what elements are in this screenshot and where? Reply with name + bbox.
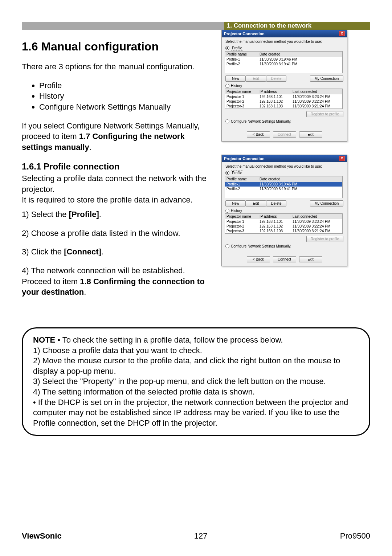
table-row[interactable]: Projector-1 192.168.1.101 11/30/2009 3:2…	[225, 94, 342, 99]
profile-table[interactable]: Profile name Date created Profile-1 11/3…	[225, 176, 343, 198]
exit-button[interactable]: Exit	[299, 131, 322, 138]
radio-profile[interactable]: Profile	[225, 171, 343, 175]
dialog-titlebar: Projector Connection x	[222, 155, 347, 162]
edit-button[interactable]: Edit	[246, 75, 266, 82]
cell: 11/30/2009 3:22:24 PM	[291, 224, 342, 229]
my-connection-button[interactable]: My Connection	[310, 200, 343, 207]
note-l5: • If the DHCP is set on in the projector…	[33, 398, 348, 428]
delete-button[interactable]: Delete	[266, 75, 286, 82]
table-row[interactable]: Projector-1 192.168.1.101 11/30/2009 3:2…	[225, 219, 342, 224]
my-connection-button[interactable]: My Connection	[310, 75, 343, 82]
cell: 11/30/2009 3:23:24 PM	[291, 94, 342, 99]
cell: 11/30/2009 3:21:24 PM	[291, 229, 342, 233]
new-button[interactable]: New	[225, 200, 246, 207]
radio-profile-label: Profile	[231, 171, 243, 175]
back-button[interactable]: < Back	[247, 256, 270, 262]
table-row[interactable]: Projector-3 192.168.1.103 11/30/2009 3:2…	[225, 229, 342, 233]
register-to-profile-button[interactable]: Register to profile	[306, 111, 343, 117]
step-1: 1) Select the [Profile].	[22, 209, 214, 220]
cell: 192.168.1.101	[258, 94, 291, 99]
cell: 192.168.1.102	[258, 224, 291, 229]
table-blank	[225, 66, 342, 73]
cell: 192.168.1.103	[258, 229, 291, 233]
radio-history[interactable]: History	[225, 84, 343, 88]
delete-button[interactable]: Delete	[266, 200, 286, 207]
radio-profile[interactable]: Profile	[225, 46, 343, 50]
close-icon[interactable]: x	[339, 31, 345, 36]
dialog-screenshot-1: Projector Connection x Select the manual…	[221, 30, 347, 142]
dialog-titlebar: Projector Connection x	[222, 30, 347, 37]
step-4: 4) The network connection will be establ…	[22, 265, 214, 298]
cell: 11/30/2009 3:21:24 PM	[291, 104, 342, 109]
cell: Projector-1	[225, 94, 258, 99]
option-manual: Configure Network Settings Manually	[39, 102, 214, 113]
profile-table[interactable]: Profile name Date created Profile-1 11/3…	[225, 51, 343, 73]
dialog-screenshot-2: Projector Connection x Select the manual…	[221, 155, 347, 266]
sub-p2: It is required to store the profile data…	[22, 195, 214, 205]
table-row[interactable]: Projector-3 192.168.1.103 11/30/2009 3:2…	[225, 104, 342, 109]
step1-bold: [Profile]	[69, 210, 99, 219]
step3-bold: [Connect]	[64, 247, 101, 256]
table-row[interactable]: Profile-1 11/30/2009 3:19:46 PM	[225, 57, 342, 62]
subsection-title: 1.6.1 Profile connection	[22, 162, 214, 172]
page-footer: ViewSonic 127 Pro9500	[22, 531, 370, 541]
cell: Projector-2	[225, 99, 258, 104]
profile-col-name: Profile name	[225, 52, 258, 57]
step-2: 2) Choose a profile data listed in the w…	[22, 228, 214, 239]
table-row[interactable]: Profile-1 11/30/2009 3:19:46 PM	[225, 182, 342, 187]
back-button[interactable]: < Back	[247, 131, 270, 138]
sub-p1: Selecting a profile data connect the net…	[22, 173, 214, 195]
cell: 11/30/2009 3:22:24 PM	[291, 99, 342, 104]
edit-button[interactable]: Edit	[246, 200, 266, 207]
note-l2: 2) Move the mouse cursor to the profile …	[33, 356, 340, 376]
radio-icon	[225, 244, 229, 248]
table-row[interactable]: Projector-2 192.168.1.102 11/30/2009 3:2…	[225, 224, 342, 229]
close-icon[interactable]: x	[339, 156, 345, 161]
option-history: History	[39, 91, 214, 102]
cell: 11/30/2009 3:19:41 PM	[258, 62, 342, 66]
radio-manual-label: Configure Network Settings Manually.	[231, 244, 291, 248]
profile-col-date: Date created	[258, 176, 342, 182]
step-3: 3) Click the [Connect].	[22, 246, 214, 257]
table-row[interactable]: Projector-2 192.168.1.102 11/30/2009 3:2…	[225, 99, 342, 104]
radio-icon	[225, 84, 229, 88]
note-l1: 1) Choose a profile data that you want t…	[33, 346, 202, 355]
dialog-prompt: Select the manual connection method you …	[225, 164, 343, 168]
radio-manual[interactable]: Configure Network Settings Manually.	[225, 119, 343, 123]
cell: 192.168.1.102	[258, 99, 291, 104]
radio-icon	[225, 209, 229, 213]
step1-pre: 1) Select the	[22, 210, 69, 219]
cell: Projector-3	[225, 104, 258, 109]
cell: 11/30/2009 3:19:46 PM	[258, 182, 342, 187]
cell: 11/30/2009 3:23:24 PM	[291, 219, 342, 224]
table-row[interactable]: Profile-2 11/30/2009 3:19:41 PM	[225, 62, 342, 66]
radio-history[interactable]: History	[225, 209, 343, 213]
note-l0: • To check the setting in a profile data…	[55, 335, 283, 344]
cell: Profile-2	[225, 187, 258, 191]
history-table[interactable]: Projector name IP address Last connected…	[225, 213, 343, 234]
connect-button[interactable]: Connect	[273, 256, 296, 262]
para2-post: .	[89, 143, 91, 152]
section-para2: If you select Configure Network Settings…	[22, 120, 214, 153]
history-table[interactable]: Projector name IP address Last connected…	[225, 89, 343, 109]
step3-pre: 3) Click the	[22, 247, 64, 256]
table-row[interactable]: Profile-2 11/30/2009 3:19:41 PM	[225, 187, 342, 191]
register-to-profile-button[interactable]: Register to profile	[306, 236, 343, 242]
exit-button[interactable]: Exit	[299, 256, 322, 262]
radio-history-label: History	[231, 209, 242, 213]
history-col-last: Last connected	[291, 214, 342, 219]
connect-button[interactable]: Connect	[273, 131, 296, 138]
footer-model: Pro9500	[340, 531, 370, 541]
radio-manual[interactable]: Configure Network Settings Manually.	[225, 244, 343, 248]
footer-page: 127	[194, 531, 208, 541]
radio-profile-label: Profile	[231, 46, 243, 50]
profile-col-date: Date created	[258, 52, 342, 57]
profile-col-name: Profile name	[225, 176, 258, 182]
new-button[interactable]: New	[225, 75, 246, 82]
cell: Projector-1	[225, 219, 258, 224]
option-profile: Profile	[39, 80, 214, 91]
table-blank	[225, 191, 342, 198]
radio-icon	[225, 171, 229, 175]
radio-manual-label: Configure Network Settings Manually.	[231, 119, 291, 123]
cell: Profile-1	[225, 182, 258, 187]
